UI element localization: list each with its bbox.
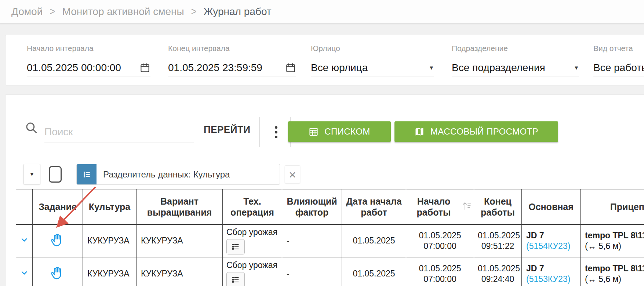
calendar-icon[interactable] xyxy=(285,62,296,73)
chevron-down-icon: ▼ xyxy=(574,65,579,71)
filter-label: Юрлицо xyxy=(311,44,434,53)
column-header-growing-variant[interactable]: Вариант выращивания xyxy=(137,190,223,224)
filter-label: Вид отчета xyxy=(593,44,644,53)
chevron-down-icon: ▼ xyxy=(429,65,434,71)
column-header-work-start[interactable]: Начало работы xyxy=(406,190,474,224)
breadcrumb-separator-icon: > xyxy=(50,5,55,18)
grouping-dropdown-button[interactable]: ▼ xyxy=(23,164,40,184)
operation-list-button[interactable] xyxy=(226,239,245,254)
column-header-tech-operation[interactable]: Тех. операция xyxy=(223,190,282,224)
work-journal-table: Задание Культура Вариант выращивания Тех… xyxy=(16,189,644,286)
filter-label: Подразделение xyxy=(452,44,579,53)
chevron-down-icon: ▼ xyxy=(29,171,34,177)
breadcrumb-current-page: Журнал работ xyxy=(204,6,272,18)
column-header-main-vehicle[interactable]: Основная xyxy=(522,190,581,224)
work-start-cell: 01.05.2025 07:00:00 xyxy=(406,224,474,257)
filter-value: Все работы xyxy=(593,62,644,74)
filter-interval-end: Конец интервала 01.05.2025 23:59:59 xyxy=(168,44,296,82)
legal-entity-select[interactable]: Все юрлица ▼ xyxy=(311,61,434,77)
breadcrumb-home[interactable]: Домой xyxy=(11,6,43,18)
culture-cell: КУКУРУЗА xyxy=(83,224,137,257)
work-start-date: 01.05.2025 xyxy=(410,230,470,241)
trailer-cell: tempo TPL 8\1108 (↔ 5,6 м) xyxy=(581,257,644,286)
filter-value: Все юрлица xyxy=(311,62,368,74)
journal-panel: ПЕРЕЙТИ СПИСКОМ МАССОВЫЙ ПРОСМОТР ▼ xyxy=(5,94,644,286)
filter-interval-start: Начало интервала 01.05.2025 00:00:00 xyxy=(27,44,150,82)
list-view-label: СПИСКОМ xyxy=(324,126,370,137)
vehicle-name: JD 7 xyxy=(526,230,576,241)
hand-drag-icon[interactable] xyxy=(50,265,65,280)
column-header-influencing-factor[interactable]: Влияющий фактор xyxy=(282,190,342,224)
filter-value: 01.05.2025 23:59:59 xyxy=(168,62,262,74)
go-button[interactable]: ПЕРЕЙТИ xyxy=(204,124,250,135)
work-end-cell: 01.05.2025 09:51:22 xyxy=(474,224,522,257)
toolbar-divider xyxy=(259,117,260,147)
interval-end-input[interactable]: 01.05.2025 23:59:59 xyxy=(168,61,296,77)
main-vehicle-cell: JD 7 (5154КУ23) xyxy=(522,224,581,257)
close-icon[interactable]: × xyxy=(285,165,300,183)
work-end-date: 01.05.2025 xyxy=(478,263,518,274)
filter-legal-entity: Юрлицо Все юрлица ▼ xyxy=(311,44,434,82)
trailer-name: tempo TPL 8\1108 xyxy=(585,263,644,274)
trailer-width: (↔ 5,6 м) xyxy=(585,241,644,252)
table-grid-icon xyxy=(309,127,319,137)
filter-subdivision: Подразделение Все подразделения ▼ xyxy=(452,44,579,82)
search-input[interactable] xyxy=(44,121,194,143)
work-end-cell: 01.05.2025 09:24:40 xyxy=(474,257,522,286)
work-start-label: Начало работы xyxy=(408,196,459,218)
column-header-trailer[interactable]: Прицепное xyxy=(581,190,644,224)
interval-start-input[interactable]: 01.05.2025 00:00:00 xyxy=(27,61,150,77)
tech-operation-cell: Сбор урожая xyxy=(226,227,278,254)
work-end-time: 09:51:22 xyxy=(478,241,518,252)
trailer-cell: tempo TPL 8\1109 (↔ 5,6 м) xyxy=(581,224,644,257)
mass-view-button[interactable]: МАССОВЫЙ ПРОСМОТР xyxy=(394,121,558,142)
expand-row-button[interactable] xyxy=(20,235,29,244)
list-view-button[interactable]: СПИСКОМ xyxy=(288,121,391,142)
table-header-row: Задание Культура Вариант выращивания Тех… xyxy=(16,190,644,224)
operation-list-button[interactable] xyxy=(226,272,245,286)
filter-label: Конец интервала xyxy=(168,44,296,53)
column-header-culture[interactable]: Культура xyxy=(83,190,137,224)
column-header-task[interactable]: Задание xyxy=(33,190,83,224)
data-separator-chip[interactable]: Разделитель данных: Культура xyxy=(76,164,280,185)
breadcrumb-active-shift-monitor[interactable]: Монитор активной смены xyxy=(62,6,184,18)
mass-view-label: МАССОВЫЙ ПРОСМОТР xyxy=(430,126,538,137)
factor-cell: - xyxy=(282,224,342,257)
column-header-work-end[interactable]: Конец работы xyxy=(474,190,522,224)
map-icon xyxy=(414,126,425,137)
hand-drag-icon[interactable] xyxy=(50,232,65,247)
search-icon xyxy=(25,121,39,136)
work-journal-page: Домой > Монитор активной смены > Журнал … xyxy=(0,0,644,286)
filters-panel: Начало интервала 01.05.2025 00:00:00 Кон… xyxy=(5,35,644,85)
table-row: КУКУРУЗА КУКУРУЗА Сбор урожая xyxy=(16,257,644,286)
main-vehicle-cell: JD 7 (5153КУ23) xyxy=(522,257,581,286)
report-type-select[interactable]: Все работы xyxy=(593,61,644,77)
column-header-start-date[interactable]: Дата начала работ xyxy=(342,190,406,224)
subdivision-select[interactable]: Все подразделения ▼ xyxy=(452,61,579,77)
more-options-button[interactable] xyxy=(272,123,280,141)
operation-label: Сбор урожая xyxy=(226,260,277,270)
trailer-width: (↔ 5,6 м) xyxy=(585,274,644,285)
work-end-time: 09:24:40 xyxy=(478,274,518,285)
work-start-time: 07:00:00 xyxy=(410,241,470,252)
work-start-date: 01.05.2025 xyxy=(410,263,470,274)
breadcrumb-separator-icon: > xyxy=(191,5,197,18)
trailer-name: tempo TPL 8\1109 xyxy=(585,230,644,241)
vehicle-number-link[interactable]: (5154КУ23) xyxy=(526,241,570,252)
sort-ascending-icon xyxy=(462,200,472,213)
calendar-icon[interactable] xyxy=(139,62,150,73)
start-date-cell: 01.05.2025 xyxy=(342,224,406,257)
culture-cell: КУКУРУЗА xyxy=(83,257,137,286)
table-row: КУКУРУЗА КУКУРУЗА Сбор урожая xyxy=(16,224,644,257)
group-list-icon xyxy=(77,164,97,184)
filter-label: Начало интервала xyxy=(27,44,150,53)
filter-value: Все подразделения xyxy=(452,62,545,74)
work-start-cell: 01.05.2025 07:00:00 xyxy=(406,257,474,286)
vehicle-number-link[interactable]: (5153КУ23) xyxy=(526,274,570,285)
expand-row-button[interactable] xyxy=(20,268,29,277)
operation-label: Сбор урожая xyxy=(226,227,277,237)
growing-variant-cell: КУКУРУЗА xyxy=(137,257,223,286)
work-end-date: 01.05.2025 xyxy=(478,230,518,241)
select-all-checkbox[interactable] xyxy=(49,166,62,183)
data-separator-label: Разделитель данных: Культура xyxy=(103,169,230,180)
